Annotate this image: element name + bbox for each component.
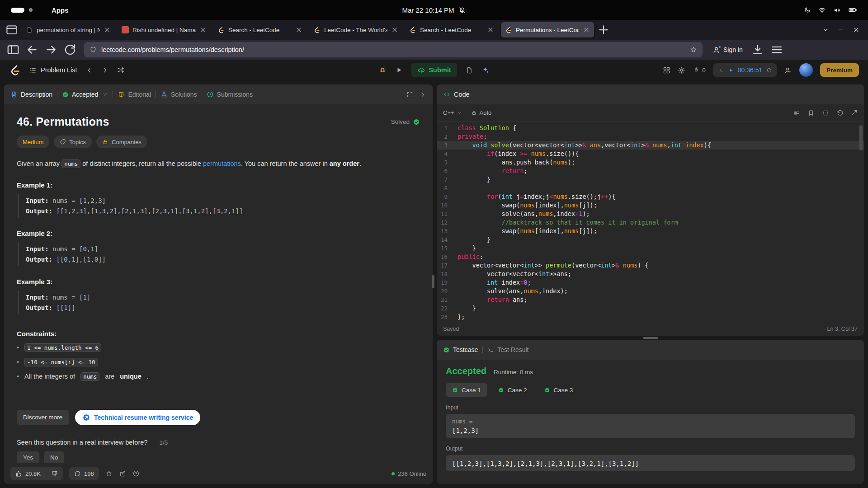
firefox-view-icon[interactable] (5, 23, 19, 37)
code-line[interactable]: 9 for(int j=index;j<nums.size();j++){ (437, 192, 864, 201)
bookmark-star-icon[interactable] (690, 46, 697, 53)
like-button[interactable]: 20.8K (10, 467, 46, 480)
prev-problem-icon[interactable] (85, 66, 93, 74)
format-code-icon[interactable] (793, 109, 800, 117)
browser-tab[interactable]: Permutations - LeetCod (501, 22, 594, 38)
favorite-star-icon[interactable] (105, 470, 113, 477)
code-line[interactable]: 17 vector<vector<int>> permute(vector<in… (437, 261, 864, 270)
tab-close-icon[interactable] (104, 26, 111, 33)
downloads-icon[interactable] (751, 43, 764, 56)
tab-close-icon[interactable] (295, 26, 302, 33)
code-line[interactable]: 23}; (437, 313, 864, 321)
tab-testcase[interactable]: Testcase (443, 346, 478, 353)
run-icon[interactable] (395, 66, 403, 74)
random-problem-icon[interactable] (117, 66, 124, 74)
input-box[interactable]: nums = [1,2,3] (446, 414, 855, 438)
settings-gear-icon[interactable] (678, 66, 685, 74)
url-text[interactable]: leetcode.com/problems/permutations/descr… (101, 46, 685, 53)
browser-tab[interactable]: permutation of string | N (22, 22, 115, 38)
share-icon[interactable] (119, 470, 126, 477)
bookmark-icon[interactable] (807, 109, 815, 117)
forward-icon[interactable] (44, 43, 58, 56)
tab-close-icon[interactable] (583, 26, 590, 33)
code-line[interactable]: 11 solve(ans,nums,index+1); (437, 210, 864, 218)
code-line[interactable]: 21 return ans; (437, 296, 864, 304)
code-line[interactable]: 10 swap(nums[index],nums[j]); (437, 201, 864, 210)
browser-tab[interactable]: Search - LeetCode (405, 22, 498, 38)
debug-icon[interactable] (378, 66, 387, 74)
close-window-icon[interactable] (853, 26, 860, 33)
session-timer[interactable]: 00:36:51 (713, 63, 778, 77)
code-line[interactable]: 2private: (437, 132, 864, 141)
layout-icon[interactable] (663, 66, 670, 74)
close-tab-icon[interactable] (102, 92, 108, 98)
code-line[interactable]: 5 ans.push_back(nums); (437, 158, 864, 167)
browser-tab[interactable]: Rishi undefined | Namas (118, 22, 211, 38)
code-line[interactable]: 18 vector<vector<int>>ans; (437, 270, 864, 278)
code-line[interactable]: 22 } (437, 304, 864, 313)
submit-button[interactable]: Submit (411, 63, 457, 77)
tab-test-result[interactable]: Test Result (487, 346, 528, 353)
difficulty-badge[interactable]: Medium (17, 136, 49, 148)
browser-tab[interactable]: Search - LeetCode (213, 22, 307, 38)
tab-close-icon[interactable] (391, 26, 398, 33)
comments-button[interactable]: 198 (69, 467, 99, 480)
app-menu-icon[interactable] (770, 43, 783, 56)
case-tab[interactable]: Case 3 (538, 383, 580, 397)
streak-counter[interactable]: 0 (693, 66, 706, 74)
tab-close-icon[interactable] (487, 26, 494, 33)
auto-toggle[interactable]: Auto (471, 109, 492, 116)
reset-code-icon[interactable] (836, 109, 844, 117)
code-line[interactable]: 3 void solve(vector<vector<int>>& ans,ve… (437, 141, 864, 150)
collapse-panel-icon[interactable] (420, 91, 426, 98)
editor-scrollbar[interactable] (859, 125, 863, 150)
code-line[interactable]: 13 swap(nums[index],nums[j]); (437, 227, 864, 235)
invite-user-icon[interactable] (784, 66, 792, 74)
case-tab[interactable]: Case 2 (492, 383, 533, 397)
night-light-icon[interactable] (804, 6, 811, 14)
workspace-indicator-active[interactable] (11, 8, 24, 13)
apps-menu[interactable]: Apps (52, 6, 69, 14)
help-icon[interactable] (132, 470, 140, 477)
code-line[interactable]: 6 return; (437, 167, 864, 175)
companies-chip[interactable]: Companies (96, 136, 147, 148)
topics-chip[interactable]: Topics (54, 136, 92, 148)
address-bar[interactable]: leetcode.com/problems/permutations/descr… (84, 42, 703, 57)
tab-description[interactable]: Description (10, 91, 52, 98)
panel-resize-handle[interactable] (432, 275, 434, 288)
discover-more-button[interactable]: Discover more (17, 410, 69, 425)
maximize-editor-icon[interactable] (851, 109, 858, 116)
code-line[interactable]: 16public: (437, 253, 864, 261)
wifi-icon[interactable] (818, 6, 826, 14)
reload-icon[interactable] (63, 43, 77, 56)
tab-close-icon[interactable] (199, 26, 207, 33)
code-line[interactable]: 14 } (437, 235, 864, 244)
code-line[interactable]: 12 //backtrack so that it comes it in or… (437, 218, 864, 227)
code-line[interactable]: 20 solve(ans,nums,index); (437, 287, 864, 296)
language-select[interactable]: C++ (443, 109, 462, 116)
no-button[interactable]: No (44, 451, 64, 463)
battery-icon[interactable] (848, 5, 857, 14)
tab-editorial[interactable]: Editorial (118, 91, 151, 98)
code-line[interactable]: 19 int index=0; (437, 278, 864, 287)
user-avatar[interactable] (799, 63, 813, 77)
braces-icon[interactable] (822, 109, 829, 117)
case-tab[interactable]: Case 1 (446, 383, 487, 397)
tab-code[interactable]: Code (443, 91, 470, 98)
workspace-indicator[interactable] (29, 8, 33, 12)
input-value[interactable]: [1,2,3] (452, 427, 849, 434)
minimize-window-icon[interactable] (837, 26, 844, 33)
leetcode-logo[interactable] (9, 64, 21, 76)
code-line[interactable]: 8 (437, 184, 864, 192)
tracking-shield-icon[interactable] (90, 46, 97, 53)
list-all-tabs-icon[interactable] (822, 26, 829, 33)
code-line[interactable]: 4 if(index >= nums.size()){ (437, 150, 864, 158)
system-clock[interactable]: Mar 22 10:14 PM (402, 6, 454, 14)
timer-play-icon[interactable] (728, 67, 734, 73)
ai-sparkle-icon[interactable] (481, 66, 490, 74)
resume-service-button[interactable]: Technical resume writing service (75, 410, 200, 425)
expand-panel-icon[interactable] (406, 91, 413, 98)
browser-tab[interactable]: LeetCode - The World's (309, 22, 402, 38)
code-editor[interactable]: 1class Solution {2private:3 void solve(v… (437, 122, 864, 322)
yes-button[interactable]: Yes (17, 451, 39, 463)
